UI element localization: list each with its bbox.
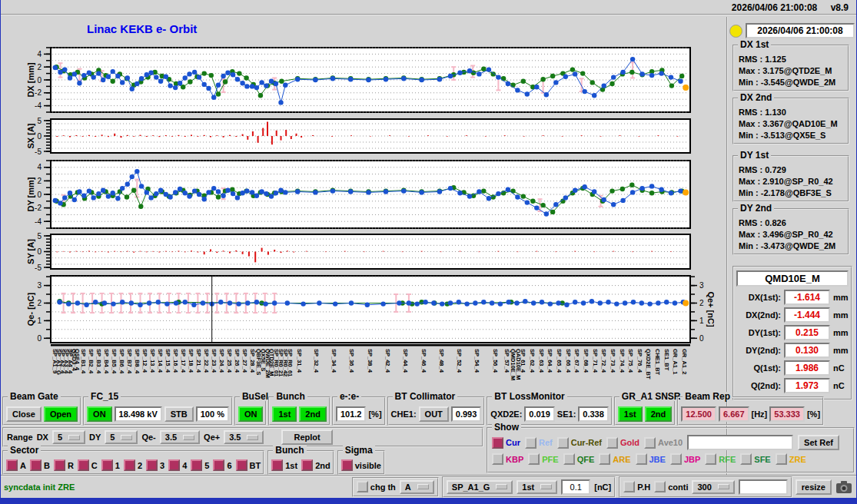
sector-checkbox[interactable] xyxy=(78,459,89,471)
range-dy-dropdown[interactable]: 5 xyxy=(105,430,138,444)
che1-out-button[interactable]: OUT xyxy=(419,406,449,422)
show-jbp-item[interactable]: JBP xyxy=(670,453,700,465)
chg-th-checkbox[interactable] xyxy=(357,481,368,492)
show-gold-item[interactable]: Gold xyxy=(606,437,639,449)
show-cur-checkbox[interactable] xyxy=(492,437,503,449)
fc15-stb-button[interactable]: STB xyxy=(164,406,194,422)
sigma-visible-item[interactable]: visible xyxy=(341,459,381,471)
range-dx-dropdown[interactable]: 5 xyxy=(52,430,85,444)
show-zre-item[interactable]: ZRE xyxy=(776,453,806,465)
sector-select-dropdown[interactable]: A xyxy=(400,480,434,494)
bunch-1st-button[interactable]: 1st xyxy=(272,406,297,422)
svg-text:0: 0 xyxy=(699,334,704,343)
sector-item[interactable]: 4 xyxy=(168,459,187,471)
show-jbe-checkbox[interactable] xyxy=(636,453,647,465)
bunch-select-dropdown[interactable]: 1st xyxy=(517,480,557,494)
qe-plot[interactable]: 00112233Qe- [nC]Qe+ [nC] xyxy=(22,274,714,344)
show-sfe-item[interactable]: SFE xyxy=(740,453,770,465)
show-sfe-checkbox[interactable] xyxy=(740,453,752,465)
monitor-row: DY(2nd): 0.130 mm xyxy=(736,343,849,358)
show-gold-checkbox[interactable] xyxy=(606,437,618,449)
ref-name-input[interactable] xyxy=(687,435,793,450)
sector-checkbox[interactable] xyxy=(191,459,202,471)
set-ref-button[interactable]: Set Ref xyxy=(798,435,839,450)
bunch-2nd-button[interactable]: 2nd xyxy=(299,406,327,422)
sector-checkbox[interactable] xyxy=(124,459,135,471)
count-dropdown[interactable]: 300 xyxy=(692,480,734,494)
show-pfe-checkbox[interactable] xyxy=(528,453,540,465)
ph-item[interactable]: P.H xyxy=(623,481,650,492)
show-jbe-item[interactable]: JBE xyxy=(636,453,666,465)
show-ref-checkbox[interactable] xyxy=(525,437,536,449)
sector-checkbox[interactable] xyxy=(101,459,113,471)
sector-item[interactable]: A xyxy=(6,459,26,471)
show-jbp-checkbox[interactable] xyxy=(670,453,682,465)
bunch-item[interactable]: 2nd xyxy=(301,459,331,471)
show-cur-ref-item[interactable]: Cur-Ref xyxy=(557,437,602,449)
range-qe-plus-dropdown[interactable]: 3.5 xyxy=(224,430,264,444)
busel-on-button[interactable]: ON xyxy=(238,406,264,422)
dx-plot[interactable]: -4-2024DX [mm] xyxy=(22,46,714,114)
sy-plot[interactable]: -505SY [A] xyxy=(22,233,714,270)
sector-item[interactable]: 5 xyxy=(191,459,209,471)
bunch-checkbox[interactable] xyxy=(271,459,283,471)
show-rfe-checkbox[interactable] xyxy=(705,453,716,465)
beam-gate-close-button[interactable]: Close xyxy=(6,406,42,422)
show-ave10-checkbox[interactable] xyxy=(644,437,656,449)
show-cur-item[interactable]: Cur xyxy=(492,437,520,449)
gr-a1-2nd-button[interactable]: 2nd xyxy=(645,406,673,422)
chg-th-group: chg th A xyxy=(352,477,439,497)
camera-icon[interactable] xyxy=(835,479,853,494)
sector-item[interactable]: C xyxy=(78,459,98,471)
sx-plot[interactable]: -505SX [A] xyxy=(22,118,714,154)
conti-checkbox[interactable] xyxy=(654,481,666,492)
chg-th-item[interactable]: chg th xyxy=(357,481,396,492)
show-cur-ref-checkbox[interactable] xyxy=(557,437,569,449)
max-value: Max : 3.367@QAD10E_M xyxy=(739,119,846,128)
conti-item[interactable]: conti xyxy=(654,481,688,492)
sector-item[interactable]: B xyxy=(30,459,50,471)
svg-text:SP_57_4: SP_57_4 xyxy=(503,349,510,373)
sector-checkbox[interactable] xyxy=(30,459,42,471)
dy-plot[interactable]: -4-2024DY [mm] xyxy=(22,159,714,230)
sector-item[interactable]: 2 xyxy=(124,459,142,471)
show-rfe-item[interactable]: RFE xyxy=(705,453,736,465)
show-qfe-item[interactable]: QFE xyxy=(563,453,595,465)
show-qfe-checkbox[interactable] xyxy=(563,453,575,465)
range-qe-minus-dropdown[interactable]: 3.5 xyxy=(160,430,200,444)
show-ref-item[interactable]: Ref xyxy=(525,437,553,449)
show-ave10-item[interactable]: Ave10 xyxy=(644,437,683,449)
show-kbp-item[interactable]: KBP xyxy=(492,453,523,465)
replot-button[interactable]: Replot xyxy=(281,429,332,445)
device-dropdown[interactable]: SP_A1_G xyxy=(447,480,513,494)
show-zre-checkbox[interactable] xyxy=(776,453,787,465)
sigma-visible-checkbox[interactable] xyxy=(341,459,353,471)
bunch-item[interactable]: 1st xyxy=(271,459,297,471)
bunch-checkbox[interactable] xyxy=(301,459,313,471)
gr-a1-1st-button[interactable]: 1st xyxy=(618,406,643,422)
sector-checkbox[interactable] xyxy=(54,459,65,471)
sector-item[interactable]: BT xyxy=(236,459,261,471)
show-are-checkbox[interactable] xyxy=(599,453,610,465)
sector-item[interactable]: 6 xyxy=(213,459,231,471)
sector-item[interactable]: R xyxy=(54,459,74,471)
sector-checkbox[interactable] xyxy=(146,459,158,471)
sector-item[interactable]: 3 xyxy=(146,459,164,471)
monitor-value: -1.614 xyxy=(784,290,830,305)
option-menu-icon xyxy=(496,484,507,489)
ph-checkbox[interactable] xyxy=(623,481,635,492)
sector-checkbox[interactable] xyxy=(6,459,18,471)
blank-input[interactable] xyxy=(739,479,788,495)
dy-2nd-stats: DY 2nd RMS : 0.826 Max : 3.496@SP_R0_42 … xyxy=(732,208,849,255)
sector-checkbox[interactable] xyxy=(236,459,247,471)
sector-item[interactable]: 1 xyxy=(101,459,120,471)
resize-button[interactable]: resize xyxy=(796,479,832,495)
show-are-item[interactable]: ARE xyxy=(599,453,630,465)
show-pfe-item[interactable]: PFE xyxy=(528,453,558,465)
sector-checkbox[interactable] xyxy=(213,459,224,471)
sector-checkbox[interactable] xyxy=(168,459,180,471)
show-kbp-checkbox[interactable] xyxy=(492,453,503,465)
threshold-input[interactable] xyxy=(561,479,590,495)
fc15-on-button[interactable]: ON xyxy=(87,406,112,422)
beam-gate-open-button[interactable]: Open xyxy=(44,406,78,422)
